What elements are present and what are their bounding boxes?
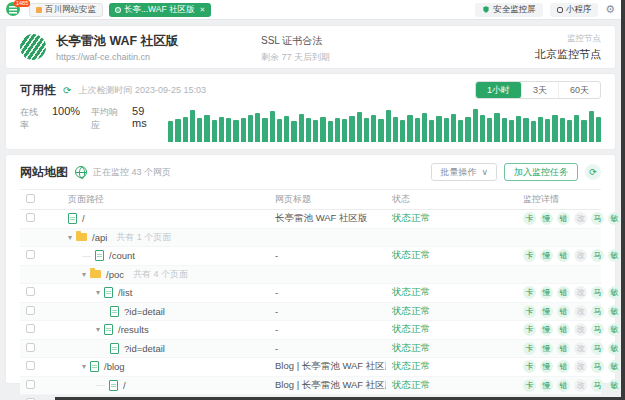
row-checkbox[interactable] [26,380,35,389]
gear-icon[interactable]: ⚙ [605,4,615,15]
range-2[interactable]: 60天 [558,82,600,98]
monitor-tags: 卡慢错改马敏 [523,212,621,225]
tree-collapse-icon[interactable]: ▾ [68,233,72,242]
tree-collapse-icon[interactable]: ▾ [82,362,86,371]
table-row: ▾/list-状态正常卡慢错改马敏移除 [20,284,601,303]
page-icon [104,287,113,298]
monitor-tag-马: 马 [591,286,604,299]
column-path: 页面路径 [62,193,269,206]
chevron-down-icon: ∨ [481,167,488,177]
page-icon [109,380,118,391]
tree-collapse-icon[interactable]: ▾ [96,288,100,297]
page-title: - [275,250,278,261]
monitor-tags: 卡慢错改马敏 [523,379,621,392]
globe-icon [75,166,87,178]
topbar-button-1[interactable]: 小程序 [550,3,599,17]
row-checkbox[interactable] [26,361,35,370]
monitor-tag-错: 错 [557,342,570,355]
chart-bar [422,113,427,142]
range-0[interactable]: 1小时 [476,82,521,98]
chart-bar [567,120,572,142]
select-all-checkbox[interactable] [26,194,35,203]
ssl-status: SSL 证书合法 [261,34,330,48]
avg-response-value: 59 ms [132,105,162,129]
site-url[interactable]: https://waf-ce.chaitin.cn [56,52,178,62]
range-1[interactable]: 3天 [521,82,558,98]
monitor-tag-马: 马 [591,342,604,355]
row-checkbox[interactable] [26,213,35,222]
bulk-action-select[interactable]: 批量操作 ∨ [431,163,497,181]
chart-bar [364,118,369,142]
status-badge: 状态正常 [392,379,430,390]
tab-favicon-icon [115,7,121,13]
sitemap-refresh-icon[interactable]: ⟳ [585,164,601,180]
monitor-tag-错: 错 [557,305,570,318]
row-checkbox[interactable] [26,287,35,296]
monitor-tag-慢: 慢 [540,342,553,355]
topbar-buttons: 安全监控屏小程序 [475,3,598,17]
chart-bar [204,115,209,142]
tree-collapse-icon[interactable]: ▾ [96,325,100,334]
chart-bar [284,116,289,142]
group-page-count: 共有 4 个页面 [133,268,188,281]
chart-bar [531,121,536,142]
page-icon [104,324,113,335]
monitor-tag-马: 马 [591,305,604,318]
chart-bar [357,112,362,142]
monitor-tag-改: 改 [574,323,587,336]
group-page-count: 共有 1 个页面 [116,231,171,244]
monitor-tag-卡: 卡 [523,305,536,318]
monitor-tag-错: 错 [557,323,570,336]
monitor-tags: 卡慢错改马敏 [523,249,621,262]
chart-bar [270,111,275,142]
chart-bar [552,115,557,142]
status-badge: 状态正常 [392,323,430,334]
monitor-tag-改: 改 [574,379,587,392]
monitor-tag-敏: 敏 [608,305,621,318]
monitor-tag-慢: 慢 [540,305,553,318]
chart-bar [596,117,601,142]
table-group-row: ▾/api共有 1 个页面 [20,229,601,248]
chart-bar [248,115,253,142]
availability-title: 可用性 [20,82,56,99]
folder-icon [90,270,101,278]
add-monitor-task-button[interactable]: 加入监控任务 [504,163,578,181]
monitor-tag-慢: 慢 [540,249,553,262]
app-logo[interactable]: 1485 [6,2,22,17]
monitor-tag-改: 改 [574,305,587,318]
chart-bar [255,113,260,142]
page-icon [110,343,119,354]
browser-tab-1[interactable]: 长亭...WAF 社区版✕ [109,3,211,17]
monitor-node-label: 监控节点 [535,33,601,45]
monitor-tag-错: 错 [557,286,570,299]
chart-bar [451,114,456,142]
tree-collapse-icon[interactable]: ▾ [82,270,86,279]
row-checkbox[interactable] [26,250,35,259]
monitor-tag-改: 改 [574,212,587,225]
chart-bar [458,120,463,142]
close-icon[interactable]: ✕ [200,6,206,14]
table-row: —/Blog | 长亭雷池 WAF 社区版状态正常卡慢错改马敏移除 [20,377,601,396]
sitemap-card: 网站地图 正在监控 43 个网页 批量操作 ∨ 加入监控任务 ⟳ 页面路径 网页… [6,155,615,383]
page-path: /list [118,287,132,298]
chart-bar [378,119,383,142]
chart-bar [226,118,231,142]
topbar-actions: 安全监控屏小程序 ⚙ [475,3,615,17]
refresh-icon[interactable]: ⟳ [63,85,71,96]
monitor-tag-改: 改 [574,342,587,355]
row-checkbox[interactable] [26,343,35,352]
monitor-tag-慢: 慢 [540,379,553,392]
monitor-tag-敏: 敏 [608,360,621,373]
row-checkbox[interactable] [26,324,35,333]
topbar-button-0[interactable]: 安全监控屏 [475,3,543,17]
page-path: /poc [106,269,124,280]
chart-bar [190,110,195,142]
status-badge: 状态正常 [392,305,430,316]
page-title: - [275,343,278,354]
chart-bar [494,113,499,142]
row-checkbox[interactable] [26,306,35,315]
browser-tab-0[interactable]: 百川网站安监 [29,3,103,17]
page-title: - [275,324,278,335]
shield-icon [482,5,490,14]
page-path: /results [118,324,149,335]
